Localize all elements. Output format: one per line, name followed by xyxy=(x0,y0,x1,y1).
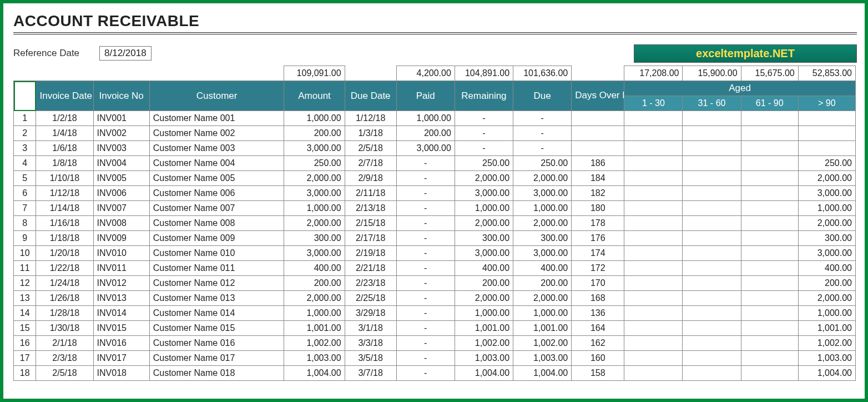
cell-days-over-due[interactable]: 178 xyxy=(572,216,624,231)
cell-aged-31-60[interactable] xyxy=(683,351,741,366)
header-aged-61-90[interactable]: 61 - 90 xyxy=(741,96,798,111)
cell-paid[interactable]: 1,000.00 xyxy=(396,111,455,126)
cell-customer[interactable]: Customer Name 016 xyxy=(149,336,284,351)
cell-invoice-no[interactable]: INV008 xyxy=(93,216,149,231)
cell-due[interactable]: 250.00 xyxy=(513,156,572,171)
cell-aged-61-90[interactable] xyxy=(741,141,798,156)
cell-due[interactable]: 3,000.00 xyxy=(513,186,572,201)
cell-due[interactable]: - xyxy=(513,141,572,156)
cell-aged-1-30[interactable] xyxy=(624,186,683,201)
cell-remaining[interactable]: 1,002.00 xyxy=(455,336,513,351)
cell-days-over-due[interactable]: 162 xyxy=(572,336,624,351)
cell-aged-over-90[interactable] xyxy=(798,111,855,126)
cell-invoice-no[interactable]: INV016 xyxy=(93,336,149,351)
cell-aged-over-90[interactable]: 3,000.00 xyxy=(798,246,855,261)
cell-days-over-due[interactable]: 186 xyxy=(572,156,624,171)
cell-invoice-date[interactable]: 1/30/18 xyxy=(36,321,93,336)
cell-remaining[interactable]: - xyxy=(455,141,513,156)
cell-days-over-due[interactable] xyxy=(572,111,624,126)
cell-paid[interactable]: - xyxy=(396,186,455,201)
cell-remaining[interactable]: 250.00 xyxy=(455,156,513,171)
cell-aged-61-90[interactable] xyxy=(741,216,798,231)
cell-aged-61-90[interactable] xyxy=(741,156,798,171)
cell-remaining[interactable]: - xyxy=(455,126,513,141)
header-aged-31-60[interactable]: 31 - 60 xyxy=(683,96,741,111)
cell-paid[interactable]: - xyxy=(396,336,455,351)
cell-aged-31-60[interactable] xyxy=(683,216,741,231)
cell-due-date[interactable]: 2/13/18 xyxy=(345,201,396,216)
cell-days-over-due[interactable]: 174 xyxy=(572,246,624,261)
cell-invoice-no[interactable]: INV012 xyxy=(93,276,149,291)
cell-aged-over-90[interactable]: 2,000.00 xyxy=(798,216,855,231)
cell-due-date[interactable]: 2/15/18 xyxy=(345,216,396,231)
cell-amount[interactable]: 2,000.00 xyxy=(284,291,345,306)
cell-customer[interactable]: Customer Name 006 xyxy=(149,186,284,201)
cell-no[interactable]: 5 xyxy=(14,171,36,186)
cell-amount[interactable]: 250.00 xyxy=(284,156,345,171)
cell-no[interactable]: 2 xyxy=(14,126,36,141)
cell-paid[interactable]: - xyxy=(396,216,455,231)
cell-invoice-date[interactable]: 1/6/18 xyxy=(36,141,93,156)
cell-amount[interactable]: 200.00 xyxy=(284,126,345,141)
cell-customer[interactable]: Customer Name 008 xyxy=(149,216,284,231)
total-aged-1-cell[interactable]: 17,208.00 xyxy=(624,66,683,81)
cell-aged-over-90[interactable]: 200.00 xyxy=(798,276,855,291)
cell-remaining[interactable]: 3,000.00 xyxy=(455,186,513,201)
total-due-cell[interactable]: 101,636.00 xyxy=(513,66,572,81)
cell-aged-1-30[interactable] xyxy=(624,261,683,276)
cell-amount[interactable]: 1,003.00 xyxy=(284,351,345,366)
cell-customer[interactable]: Customer Name 003 xyxy=(149,141,284,156)
header-invoice-date[interactable]: Invoice Date xyxy=(36,81,93,111)
cell-invoice-no[interactable]: INV004 xyxy=(93,156,149,171)
cell-due[interactable]: 1,003.00 xyxy=(513,351,572,366)
cell-aged-1-30[interactable] xyxy=(624,246,683,261)
cell-remaining[interactable]: 1,004.00 xyxy=(455,366,513,381)
cell-aged-1-30[interactable] xyxy=(624,216,683,231)
cell-aged-over-90[interactable]: 1,000.00 xyxy=(798,306,855,321)
cell-paid[interactable]: - xyxy=(396,366,455,381)
cell-days-over-due[interactable]: 182 xyxy=(572,186,624,201)
cell-remaining[interactable]: - xyxy=(455,111,513,126)
cell-invoice-date[interactable]: 1/16/18 xyxy=(36,216,93,231)
cell-aged-61-90[interactable] xyxy=(741,351,798,366)
cell-remaining[interactable]: 2,000.00 xyxy=(455,291,513,306)
cell-invoice-date[interactable]: 1/26/18 xyxy=(36,291,93,306)
cell-no[interactable]: 6 xyxy=(14,186,36,201)
header-paid[interactable]: Paid xyxy=(396,81,455,111)
cell-aged-1-30[interactable] xyxy=(624,276,683,291)
cell-amount[interactable]: 300.00 xyxy=(284,231,345,246)
cell-due-date[interactable]: 1/12/18 xyxy=(345,111,396,126)
cell-due-date[interactable]: 2/11/18 xyxy=(345,186,396,201)
cell-aged-61-90[interactable] xyxy=(741,261,798,276)
cell-paid[interactable]: - xyxy=(396,306,455,321)
cell-aged-over-90[interactable]: 250.00 xyxy=(798,156,855,171)
cell-aged-1-30[interactable] xyxy=(624,366,683,381)
cell-aged-1-30[interactable] xyxy=(624,321,683,336)
cell-remaining[interactable]: 1,000.00 xyxy=(455,306,513,321)
cell-invoice-date[interactable]: 1/28/18 xyxy=(36,306,93,321)
cell-invoice-no[interactable]: INV018 xyxy=(93,366,149,381)
cell-no[interactable]: 12 xyxy=(14,276,36,291)
cell-due[interactable]: 200.00 xyxy=(513,276,572,291)
header-aged-1-30[interactable]: 1 - 30 xyxy=(624,96,683,111)
header-days-over-due[interactable]: Days Over Due xyxy=(572,81,624,111)
cell-aged-31-60[interactable] xyxy=(683,201,741,216)
cell-amount[interactable]: 3,000.00 xyxy=(284,246,345,261)
cell-days-over-due[interactable]: 164 xyxy=(572,321,624,336)
cell-invoice-no[interactable]: INV015 xyxy=(93,321,149,336)
total-remaining-cell[interactable]: 104,891.00 xyxy=(455,66,513,81)
cell-no[interactable]: 1 xyxy=(14,111,36,126)
cell-days-over-due[interactable]: 160 xyxy=(572,351,624,366)
cell-paid[interactable]: - xyxy=(396,276,455,291)
cell-paid[interactable]: 200.00 xyxy=(396,126,455,141)
cell-invoice-no[interactable]: INV003 xyxy=(93,141,149,156)
cell-customer[interactable]: Customer Name 018 xyxy=(149,366,284,381)
cell-aged-61-90[interactable] xyxy=(741,291,798,306)
cell-aged-61-90[interactable] xyxy=(741,201,798,216)
cell-days-over-due[interactable]: 168 xyxy=(572,291,624,306)
cell-due[interactable]: 1,000.00 xyxy=(513,201,572,216)
cell-aged-1-30[interactable] xyxy=(624,126,683,141)
total-amount-cell[interactable]: 109,091.00 xyxy=(284,66,345,81)
cell-aged-31-60[interactable] xyxy=(683,246,741,261)
cell-invoice-no[interactable]: INV017 xyxy=(93,351,149,366)
